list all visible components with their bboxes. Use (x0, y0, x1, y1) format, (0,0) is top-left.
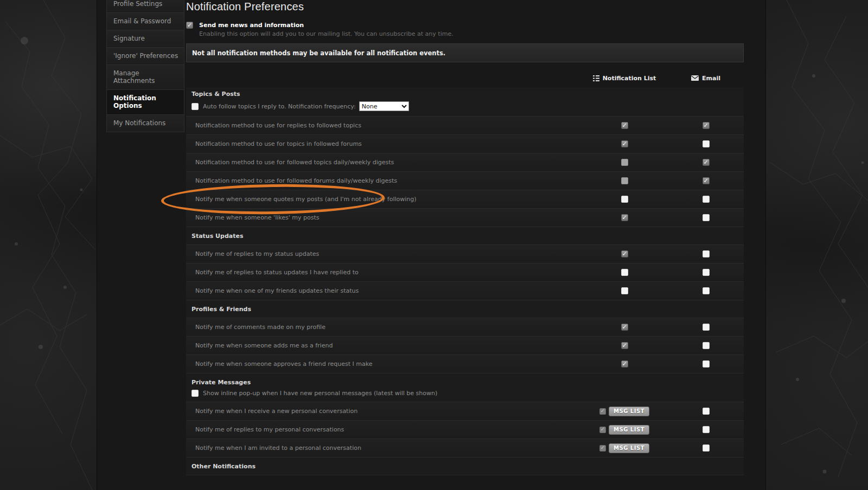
option-row: Notify me when someone 'likes' my posts (186, 208, 744, 227)
email-checkbox[interactable] (703, 324, 710, 331)
section-title: Other Notifications (192, 463, 744, 470)
email-checkbox[interactable] (703, 408, 710, 415)
sidebar-item-my-notifications[interactable]: My Notifications (106, 115, 184, 132)
option-row-label: Notify me when I receive a new personal … (186, 408, 581, 415)
option-row-label: Notify me when someone 'likes' my posts (186, 214, 581, 221)
notification-list-checkbox[interactable] (621, 342, 628, 349)
notification-list-checkbox[interactable] (621, 214, 628, 221)
notification-list-checkbox (599, 408, 606, 415)
option-row-label: Notify me of replies to my personal conv… (186, 426, 581, 433)
option-row-label: Notify me of replies to status updates I… (186, 269, 581, 276)
option-row-label: Notify me when I am invited to a persona… (186, 444, 581, 452)
column-header-row: Notification List Email (186, 73, 744, 83)
email-checkbox[interactable] (703, 122, 710, 129)
option-row: Notify me when someone approves a friend… (186, 354, 744, 373)
notification-list-cell (581, 324, 668, 331)
notification-list-checkbox[interactable] (621, 122, 628, 129)
option-row: Notification method to use for followed … (186, 171, 744, 190)
notification-list-checkbox[interactable] (621, 360, 628, 368)
section-title: Topics & Posts (192, 91, 744, 98)
email-checkbox[interactable] (703, 159, 710, 166)
sidebar-item-profile-settings[interactable]: Profile Settings (106, 0, 184, 13)
notification-list-cell (581, 196, 668, 203)
section-title: Profiles & Friends (192, 306, 744, 313)
email-checkbox[interactable] (703, 196, 710, 203)
notification-list-checkbox (599, 427, 606, 433)
msg-list-badge: MSG LIST (609, 425, 649, 435)
options-table: Topics & PostsAuto follow topics I reply… (186, 87, 744, 475)
notification-list-checkbox[interactable] (621, 250, 628, 257)
email-checkbox[interactable] (703, 342, 710, 349)
email-checkbox[interactable] (703, 214, 710, 221)
notification-list-cell (581, 159, 668, 166)
sidebar-item-ignore-preferences[interactable]: 'Ignore' Preferences (106, 48, 184, 65)
email-cell (668, 159, 744, 166)
email-cell (668, 408, 744, 415)
section-title: Private Messages (192, 379, 744, 386)
email-checkbox[interactable] (703, 177, 710, 184)
column-header-notification-list: Notification List (581, 75, 668, 82)
option-row: Notify me when I am invited to a persona… (186, 439, 744, 457)
news-optin-text: Send me news and information Enabling th… (199, 22, 454, 37)
notification-list-cell (581, 287, 668, 294)
inline-option-checkbox[interactable] (192, 390, 199, 397)
email-checkbox[interactable] (703, 360, 710, 368)
news-optin-row: Send me news and information Enabling th… (186, 22, 744, 37)
notification-list-checkbox[interactable] (621, 196, 628, 203)
notification-list-checkbox[interactable] (621, 140, 628, 147)
email-cell (668, 324, 744, 331)
option-row: Notify me of replies to my status update… (186, 244, 744, 263)
notification-list-checkbox[interactable] (621, 324, 628, 331)
inline-option-checkbox[interactable] (192, 103, 199, 110)
section-inline-option: Auto follow topics I reply to. Notificat… (192, 101, 744, 111)
notification-list-checkbox (599, 445, 606, 452)
sidebar-item-email-password[interactable]: Email & Password (106, 13, 184, 30)
section-title: Status Updates (192, 233, 744, 240)
sidebar-item-signature[interactable]: Signature (106, 30, 184, 48)
inline-option-label: Show inline pop-up when I have new perso… (203, 390, 437, 397)
msg-list-badge: MSG LIST (609, 443, 649, 453)
notification-list-checkbox (621, 177, 628, 184)
notification-list-cell (581, 250, 668, 257)
option-row-label: Notification method to use for followed … (186, 159, 581, 166)
notification-list-cell: MSG LIST (581, 425, 668, 435)
email-cell (668, 250, 744, 257)
email-cell (668, 342, 744, 349)
section-header: Status Updates (186, 227, 744, 244)
email-checkbox[interactable] (703, 250, 710, 257)
sidebar-item-manage-attachments[interactable]: Manage Attachments (106, 65, 184, 90)
settings-panel: Profile SettingsEmail & PasswordSignatur… (97, 0, 766, 490)
sidebar: Profile SettingsEmail & PasswordSignatur… (106, 0, 184, 132)
notification-list-cell (581, 122, 668, 129)
email-checkbox[interactable] (703, 426, 710, 433)
notification-frequency-select[interactable]: None (359, 101, 409, 111)
option-row: Notification method to use for followed … (186, 153, 744, 171)
notification-list-checkbox[interactable] (621, 287, 628, 294)
inline-option-label: Auto follow topics I reply to. Notificat… (203, 103, 356, 110)
email-checkbox[interactable] (703, 444, 710, 452)
email-checkbox[interactable] (703, 269, 710, 276)
notification-list-checkbox (621, 159, 628, 166)
notification-list-cell (581, 140, 668, 147)
option-row: Notify me when one of my friends updates… (186, 281, 744, 300)
notice-text: Not all notification methods may be avai… (192, 49, 445, 57)
email-checkbox[interactable] (703, 287, 710, 294)
email-checkbox[interactable] (703, 140, 710, 147)
option-row-label: Notify me when someone adds me as a frie… (186, 342, 581, 349)
sidebar-item-notification-options[interactable]: Notification Options (106, 90, 184, 115)
email-cell (668, 177, 744, 184)
option-row-label: Notify me when one of my friends updates… (186, 287, 581, 294)
email-cell (668, 269, 744, 276)
option-row-label: Notify me when someone approves a friend… (186, 360, 581, 368)
option-row: Notify me when I receive a new personal … (186, 402, 744, 420)
column-header-email: Email (668, 75, 744, 82)
notification-list-checkbox[interactable] (621, 269, 628, 276)
option-row: Notify me of replies to status updates I… (186, 263, 744, 281)
page-title: Notification Preferences (186, 0, 744, 13)
option-row: Notify me of comments made on my profile (186, 318, 744, 336)
option-row: Notify me when someone quotes my posts (… (186, 190, 744, 208)
email-cell (668, 214, 744, 221)
news-optin-checkbox[interactable] (186, 22, 193, 29)
option-row-label: Notify me of replies to my status update… (186, 250, 581, 257)
option-row: Notify me when someone adds me as a frie… (186, 336, 744, 354)
